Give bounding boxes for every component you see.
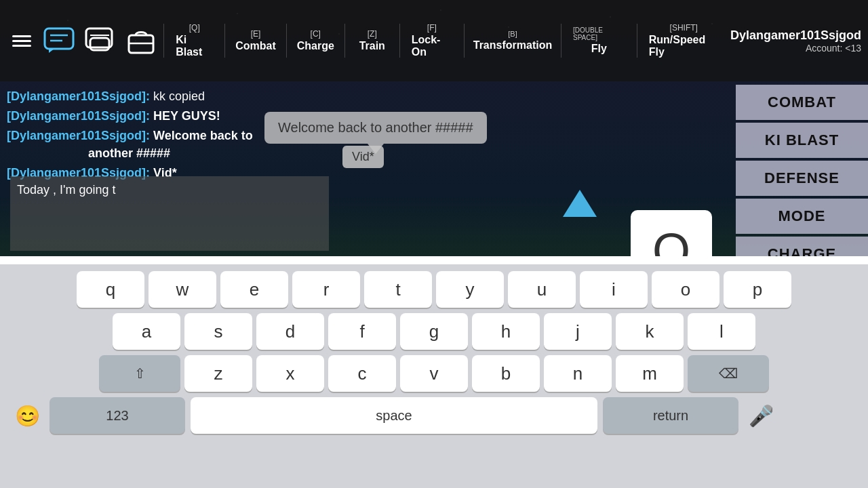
key-u[interactable]: u (508, 271, 576, 308)
key-g[interactable]: g (400, 313, 468, 350)
speech-bubble: Welcome back to another ##### (264, 112, 487, 144)
key-n[interactable]: n (544, 355, 612, 392)
key-l[interactable]: l (688, 313, 755, 350)
panel-btn-combat[interactable]: COMBAT (736, 85, 868, 120)
key-y[interactable]: y (436, 271, 504, 308)
emoji-button[interactable]: 😊 (10, 399, 44, 432)
nav-divider-6 (464, 24, 465, 58)
key-z[interactable]: z (184, 355, 252, 392)
arrow-indicator (563, 190, 597, 226)
key-f[interactable]: f (328, 313, 396, 350)
nav-run-speed-fly[interactable]: [SHIFT] Run/Speed Fly (641, 19, 727, 62)
nav-divider-8 (637, 24, 637, 58)
nav-combat[interactable]: [E] Combat (229, 25, 282, 56)
key-h[interactable]: h (472, 313, 540, 350)
keyboard-row-2: a s d f g h j k l (3, 313, 865, 350)
microphone-button[interactable]: 🎤 (744, 399, 778, 432)
nav-fly[interactable]: [DOUBLE SPACE] Fly (565, 22, 633, 59)
inventory-icon[interactable] (122, 20, 160, 61)
nav-divider-5 (399, 24, 400, 58)
key-w[interactable]: w (149, 271, 216, 308)
key-d[interactable]: d (256, 313, 324, 350)
shift-key[interactable]: ⇧ (99, 355, 180, 392)
chat-icon-2[interactable] (81, 20, 119, 61)
speech-bubble-container: Welcome back to another ##### (264, 112, 487, 144)
panel-btn-ki-blast[interactable]: KI BLAST (736, 123, 868, 158)
nav-divider-2 (224, 24, 225, 58)
keyboard: q w e r t y u i o p a s d f g h j k l ⇧ … (0, 264, 868, 488)
panel-btn-defense[interactable]: DEFENSE (736, 161, 868, 196)
key-x[interactable]: x (256, 355, 324, 392)
top-navigation-bar: [Q] Ki Blast [E] Combat [C] Charge [Z] T… (0, 0, 868, 81)
svg-marker-8 (563, 190, 597, 217)
backspace-key[interactable]: ⌫ (688, 355, 769, 392)
nav-divider-4 (344, 24, 345, 58)
key-a[interactable]: a (113, 313, 180, 350)
keyboard-bottom-row: 😊 123 space return 🎤 (3, 397, 865, 434)
key-c[interactable]: c (328, 355, 396, 392)
key-b[interactable]: b (472, 355, 540, 392)
panel-btn-mode[interactable]: MODE (736, 199, 868, 234)
key-e[interactable]: e (220, 271, 288, 308)
account-info: Dylangamer101Ssjgod Account: <13 (730, 28, 861, 54)
nav-divider-3 (286, 24, 287, 58)
text-preview-content: Today , I'm going t (17, 183, 322, 197)
key-v[interactable]: v (400, 355, 468, 392)
key-p[interactable]: p (724, 271, 791, 308)
keyboard-row-3: ⇧ z x c v b n m ⌫ (3, 355, 865, 392)
key-m[interactable]: m (616, 355, 684, 392)
nav-charge[interactable]: [C] Charge (290, 25, 341, 56)
key-q[interactable]: q (77, 271, 144, 308)
space-key[interactable]: space (191, 397, 597, 434)
return-key[interactable]: return (603, 397, 738, 434)
key-s[interactable]: s (184, 313, 252, 350)
key-r[interactable]: r (292, 271, 360, 308)
numbers-key[interactable]: 123 (50, 397, 185, 434)
nav-divider-1 (163, 24, 164, 58)
chat-icon-1[interactable] (40, 20, 78, 61)
key-j[interactable]: j (544, 313, 612, 350)
key-k[interactable]: k (616, 313, 684, 350)
hamburger-menu[interactable] (7, 30, 37, 52)
chat-message-1: [Dylangamer101Ssjgod]: kk copied (7, 88, 319, 105)
nav-lock-on[interactable]: [F] Lock-On (403, 19, 460, 62)
key-i[interactable]: i (580, 271, 648, 308)
key-t[interactable]: t (364, 271, 432, 308)
nav-train[interactable]: [Z] Train (349, 25, 396, 56)
nav-ki-blast[interactable]: [Q] Ki Blast (167, 19, 221, 62)
svg-rect-0 (45, 28, 73, 49)
text-preview-box: Today , I'm going t (10, 176, 329, 251)
key-o[interactable]: o (652, 271, 719, 308)
nav-transformation[interactable]: [B] Transformation (468, 26, 557, 56)
keyboard-row-1: q w e r t y u i o p (3, 271, 865, 308)
nav-divider-7 (561, 24, 561, 58)
speech-speaker-name: Vid* (342, 146, 384, 168)
